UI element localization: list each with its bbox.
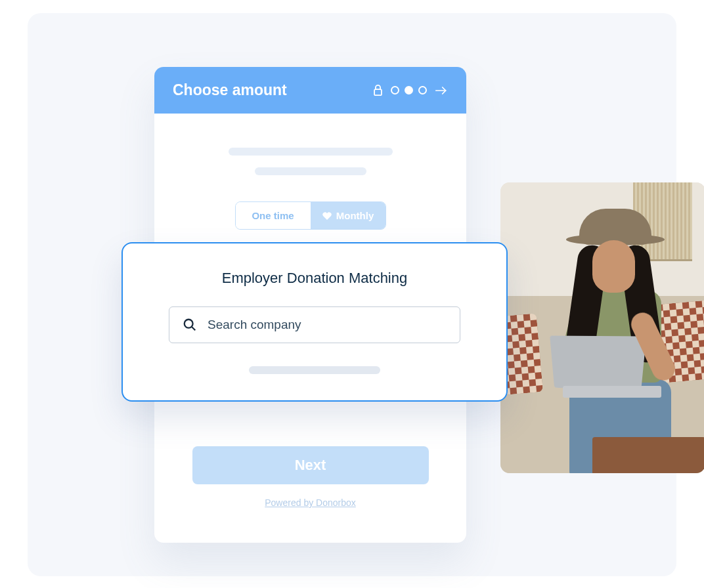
page-title: Choose amount: [173, 81, 287, 99]
step-dot-3: [418, 86, 427, 94]
step-indicator: [391, 86, 427, 94]
search-placeholder: Search company: [208, 318, 301, 332]
skeleton-line: [229, 148, 393, 156]
svg-point-2: [185, 320, 193, 328]
next-button[interactable]: Next: [192, 446, 429, 484]
svg-line-3: [192, 327, 195, 330]
header-icons: [373, 85, 448, 96]
frequency-monthly-label: Monthly: [336, 210, 374, 221]
step-dot-2: [405, 86, 413, 94]
matching-title: Employer Donation Matching: [169, 270, 460, 287]
frequency-onetime-label: One time: [252, 210, 294, 221]
arrow-right-icon[interactable]: [435, 85, 448, 96]
employer-matching-panel: Employer Donation Matching Search compan…: [121, 242, 508, 402]
frequency-monthly-button[interactable]: Monthly: [311, 202, 385, 229]
decorative-photo: [500, 182, 704, 473]
frequency-onetime-button[interactable]: One time: [236, 202, 311, 229]
search-icon: [183, 318, 197, 332]
powered-by-link[interactable]: Powered by Donorbox: [154, 497, 466, 508]
next-button-label: Next: [295, 457, 326, 474]
lock-icon: [373, 85, 383, 96]
svg-rect-0: [374, 89, 382, 95]
skeleton-line: [249, 366, 380, 374]
skeleton-line: [255, 167, 366, 175]
step-dot-1: [391, 86, 399, 94]
canvas-background: Choose amount One: [28, 13, 676, 576]
heart-icon: [322, 211, 332, 220]
company-search-input[interactable]: Search company: [169, 306, 460, 343]
frequency-toggle: One time Monthly: [235, 201, 386, 230]
card-header: Choose amount: [154, 67, 466, 114]
